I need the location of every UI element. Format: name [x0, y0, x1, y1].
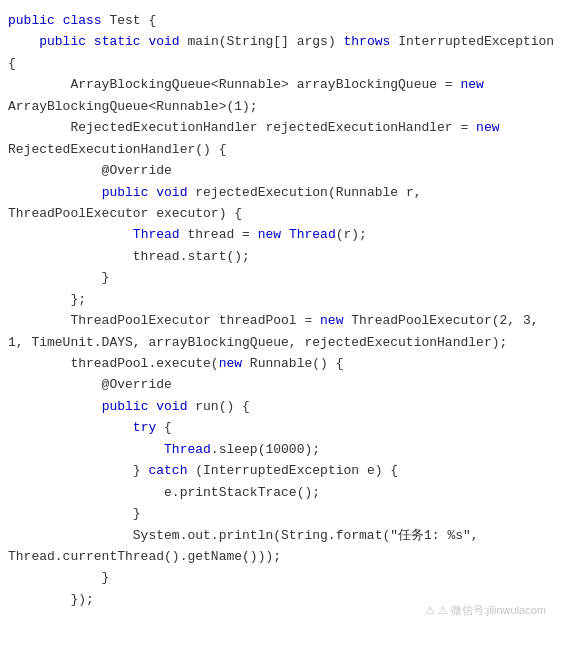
code-line-11: Thread thread = new Thread(r); — [8, 227, 367, 242]
code-line-17: threadPool.execute(new Runnable() { — [8, 356, 343, 371]
code-line-22: } catch (InterruptedException e) { — [8, 463, 398, 478]
code-line-16: 1, TimeUnit.DAYS, arrayBlockingQueue, re… — [8, 335, 507, 350]
code-line-13: } — [8, 270, 109, 285]
code-line-8: @Override — [8, 163, 172, 178]
code-line-19: public void run() { — [8, 399, 250, 414]
code-line-14: }; — [8, 292, 86, 307]
watermark-icon: ⚠ — [425, 604, 435, 616]
watermark: ⚠ ⚠ 微信号:jilinwulacom — [425, 603, 546, 618]
watermark-text: ⚠ 微信号:jilinwulacom — [438, 604, 546, 616]
code-line-18: @Override — [8, 377, 172, 392]
code-line-9: public void rejectedExecution(Runnable r… — [8, 185, 422, 200]
code-line-6: RejectedExecutionHandler rejectedExecuti… — [8, 120, 499, 135]
code-line-26: Thread.currentThread().getName())); — [8, 549, 281, 564]
code-line-27: } — [8, 570, 109, 585]
code-line-23: e.printStackTrace(); — [8, 485, 320, 500]
code-line-24: } — [8, 506, 141, 521]
code-block: public class Test { public static void m… — [0, 0, 566, 620]
code-container: public class Test { public static void m… — [0, 0, 566, 648]
code-line-15: ThreadPoolExecutor threadPool = new Thre… — [8, 313, 539, 328]
code-line-1: public class Test { — [8, 13, 156, 28]
code-line-2: public static void main(String[] args) t… — [8, 34, 554, 49]
code-line-5: ArrayBlockingQueue<Runnable>(1); — [8, 99, 258, 114]
code-line-20: try { — [8, 420, 172, 435]
code-line-4: ArrayBlockingQueue<Runnable> arrayBlocki… — [8, 77, 484, 92]
code-line-28: }); — [8, 592, 94, 607]
code-line-25: System.out.println(String.format("任务1: %… — [8, 528, 479, 543]
code-line-3: { — [8, 56, 16, 71]
code-line-10: ThreadPoolExecutor executor) { — [8, 206, 242, 221]
code-line-7: RejectedExecutionHandler() { — [8, 142, 226, 157]
code-line-12: thread.start(); — [8, 249, 250, 264]
code-line-21: Thread.sleep(10000); — [8, 442, 320, 457]
